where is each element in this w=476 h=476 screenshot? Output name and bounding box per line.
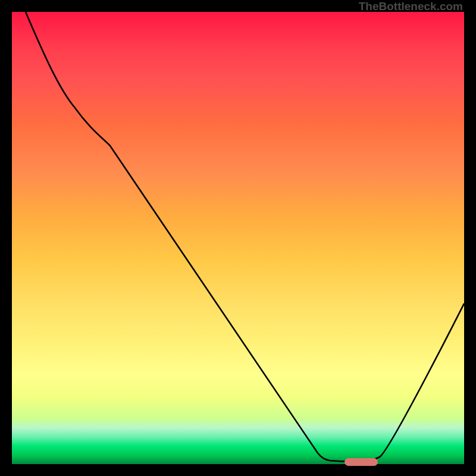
plot-area <box>12 12 464 464</box>
watermark-text: TheBottleneck.com <box>359 0 463 13</box>
bottleneck-curve <box>26 12 464 462</box>
curve-svg <box>12 12 464 464</box>
optimal-range-marker <box>345 458 378 466</box>
chart-container: TheBottleneck.com <box>0 0 476 476</box>
